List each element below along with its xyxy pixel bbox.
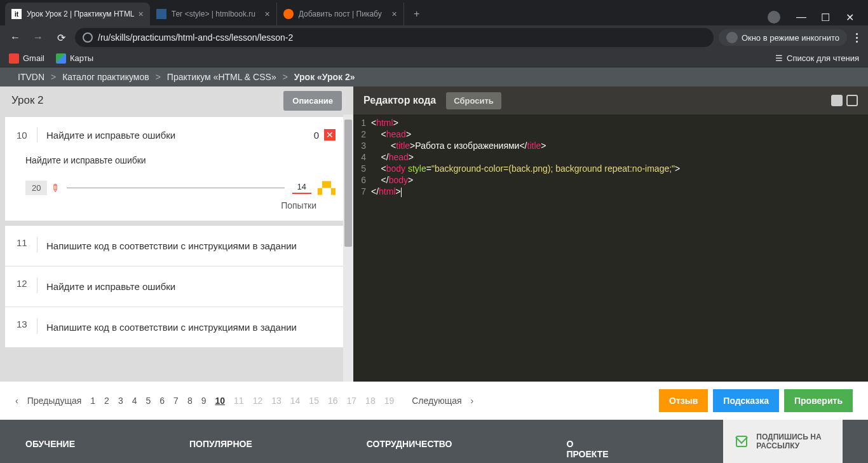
page-3[interactable]: 3: [118, 396, 123, 406]
page-11[interactable]: 11: [234, 396, 244, 406]
hint-button[interactable]: Подсказка: [713, 389, 779, 412]
view-mode-1[interactable]: [831, 95, 843, 106]
breadcrumb-item[interactable]: Практикум «HTML & CSS»: [167, 72, 276, 82]
task-score: 0: [314, 130, 319, 141]
pagination-next[interactable]: Следующая: [412, 396, 461, 406]
window-controls: — ☐ ✕: [757, 9, 868, 25]
page-9[interactable]: 9: [201, 396, 207, 406]
page-8[interactable]: 8: [187, 396, 193, 406]
task-card-current: 10 Найдите и исправьте ошибки 0 ✕ Найдит…: [5, 117, 347, 221]
pagination-prev-carat: ‹: [15, 396, 18, 406]
pagination-prev[interactable]: Предыдущая: [27, 396, 82, 406]
task-header-row: 10 Найдите и исправьте ошибки 0 ✕: [17, 127, 336, 142]
task-title: Найдите и исправьте ошибки: [46, 130, 314, 141]
browser-menu-button[interactable]: [852, 29, 862, 46]
page-18[interactable]: 18: [365, 396, 376, 406]
close-icon[interactable]: ×: [265, 9, 270, 19]
back-button[interactable]: ←: [6, 29, 24, 46]
page-16[interactable]: 16: [328, 396, 338, 406]
bookmark-label: Gmail: [23, 53, 44, 63]
bookmark-gmail[interactable]: Gmail: [9, 53, 44, 64]
editor-header: Редактор кода Сбросить: [353, 86, 868, 114]
browser-tab-2[interactable]: Добавить пост | Пикабу ×: [277, 3, 404, 25]
view-toggle: [831, 95, 858, 106]
check-button[interactable]: Проверить: [784, 389, 853, 412]
task-title: Напишите код в соответствии с инструкция…: [46, 319, 336, 336]
close-window-button[interactable]: ✕: [841, 9, 858, 25]
breadcrumb-item: Урок «Урок 2»: [294, 72, 355, 82]
site-info-icon[interactable]: [83, 32, 93, 43]
close-icon[interactable]: ×: [392, 9, 397, 19]
scrollbar[interactable]: [343, 114, 353, 382]
subscribe-box[interactable]: ПОДПИШИСЬ НА РАССЫЛКУ: [723, 420, 843, 463]
incognito-badge: Окно в режиме инкогнито: [719, 29, 847, 46]
scrollbar-thumb[interactable]: [344, 120, 352, 247]
tasks-list: 10 Найдите и исправьте ошибки 0 ✕ Найдит…: [0, 114, 353, 382]
close-icon[interactable]: ×: [139, 9, 144, 19]
reload-button[interactable]: ⟳: [52, 29, 70, 46]
browser-titlebar: it Урок Урок 2 | Практикум HTML × Тег <s…: [0, 0, 868, 25]
task-item[interactable]: 13Напишите код в соответствии с инструкц…: [5, 307, 347, 347]
tab-label: Тег <style> | htmlbook.ru: [172, 10, 261, 18]
browser-tab-0[interactable]: it Урок Урок 2 | Практикум HTML ×: [5, 3, 150, 25]
footer-col[interactable]: О ПРОЕКТЕ: [566, 439, 608, 463]
lesson-header: Урок 2 Описание: [0, 86, 353, 114]
description-button[interactable]: Описание: [283, 91, 342, 111]
code-area[interactable]: <html> <head> <title>Работа с изображени…: [371, 117, 868, 382]
page-12[interactable]: 12: [253, 396, 263, 406]
page-10[interactable]: 10: [215, 396, 225, 406]
bookmark-label: Карты: [70, 53, 93, 63]
task-number: 12: [17, 278, 37, 295]
gold-icon: ▞▚: [318, 181, 336, 195]
pagination-next-carat: ›: [471, 396, 474, 406]
mail-icon: [736, 436, 748, 447]
new-tab-button[interactable]: +: [408, 5, 426, 23]
review-button[interactable]: Отзыв: [659, 389, 708, 412]
browser-tab-1[interactable]: Тег <style> | htmlbook.ru ×: [150, 3, 277, 25]
view-mode-2[interactable]: [846, 95, 858, 106]
page-17[interactable]: 17: [347, 396, 357, 406]
task-title: Найдите и исправьте ошибки: [46, 278, 336, 295]
task-close-button[interactable]: ✕: [324, 129, 336, 141]
task-number: 11: [17, 237, 37, 254]
task-number: 13: [17, 319, 37, 336]
pencil-icon: ✎: [48, 181, 63, 195]
page-15[interactable]: 15: [309, 396, 319, 406]
minimize-button[interactable]: —: [793, 9, 810, 25]
tab-label: Добавить пост | Пикабу: [299, 10, 388, 18]
page-1[interactable]: 1: [90, 396, 95, 406]
breadcrumb-item[interactable]: ITVDN: [18, 72, 44, 82]
breadcrumb-item[interactable]: Каталог практикумов: [62, 72, 149, 82]
maximize-button[interactable]: ☐: [817, 9, 834, 25]
bookmark-maps[interactable]: Карты: [56, 53, 93, 64]
page-13[interactable]: 13: [271, 396, 281, 406]
reset-button[interactable]: Сбросить: [446, 92, 501, 109]
attempts-value: 14: [292, 182, 311, 194]
favicon-pik: [283, 9, 294, 19]
task-item[interactable]: 12Найдите и исправьте ошибки: [5, 266, 347, 307]
incognito-icon: [768, 11, 780, 24]
code-editor[interactable]: 1234567 <html> <head> <title>Работа с из…: [353, 114, 868, 382]
bookmarks-bar: Gmail Карты ☰ Список для чтения: [0, 50, 868, 67]
page-14[interactable]: 14: [290, 396, 301, 406]
attempts-box: 14: [292, 182, 311, 194]
task-item[interactable]: 11Напишите код в соответствии с инструкц…: [5, 226, 347, 266]
page-7[interactable]: 7: [173, 396, 179, 406]
task-number: 10: [17, 130, 37, 141]
maps-icon: [56, 53, 66, 64]
footer-col[interactable]: ПОПУЛЯРНОЕ: [189, 439, 252, 463]
page-6[interactable]: 6: [159, 396, 165, 406]
footer-col[interactable]: СОТРУДНИЧЕСТВО: [367, 439, 452, 463]
forward-button[interactable]: →: [29, 29, 47, 46]
gmail-icon: [9, 53, 19, 64]
url-input[interactable]: /ru/skills/practicums/html-and-css/lesso…: [75, 28, 714, 47]
page-5[interactable]: 5: [146, 396, 151, 406]
page-19[interactable]: 19: [384, 396, 395, 406]
attempts-label: Попытки: [17, 195, 336, 211]
page-2[interactable]: 2: [104, 396, 109, 406]
footer-col[interactable]: ОБУЧЕНИЕ: [25, 439, 75, 463]
reading-list-button[interactable]: ☰ Список для чтения: [775, 53, 859, 63]
main: Урок 2 Описание 10 Найдите и исправьте о…: [0, 86, 868, 382]
task-progress: 20 ✎ 14 ▞▚: [17, 181, 336, 195]
page-4[interactable]: 4: [132, 396, 137, 406]
